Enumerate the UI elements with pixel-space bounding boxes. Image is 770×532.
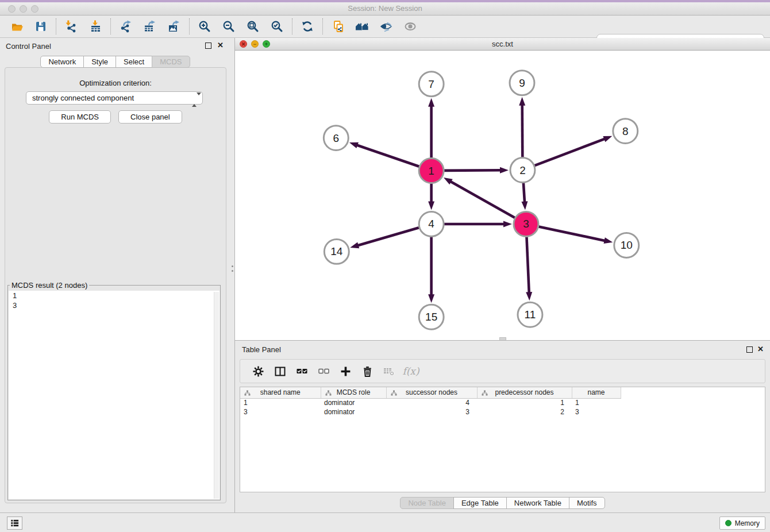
graph-edge-4-14[interactable] <box>357 228 419 245</box>
mcds-result-value: 1 <box>9 291 220 300</box>
open-session-button[interactable] <box>5 17 29 36</box>
zoom-fit-button[interactable] <box>241 17 265 36</box>
bird-view-button[interactable] <box>398 17 422 36</box>
tab-edge-table[interactable]: Edge Table <box>453 497 507 509</box>
network-window-titlebar[interactable]: ✕ − + scc.txt <box>235 38 770 51</box>
control-panel: Control Panel ✕ NetworkStyleSelectMCDS O… <box>0 38 230 508</box>
gear-icon <box>253 366 264 377</box>
import-table-button[interactable] <box>83 17 107 36</box>
zoom-selected-button[interactable] <box>265 17 289 36</box>
delete-selected-button[interactable] <box>357 362 377 380</box>
graph-node-2[interactable]: 2 <box>510 158 535 183</box>
add-column-button[interactable] <box>336 362 355 380</box>
tab-mcds[interactable]: MCDS <box>152 56 190 68</box>
refresh-icon <box>301 20 314 33</box>
mcds-result-list[interactable]: 13 <box>9 291 220 499</box>
graph-node-14[interactable]: 14 <box>324 239 349 264</box>
graph-node-15[interactable]: 15 <box>419 304 444 329</box>
close-panel-button[interactable]: Close panel <box>118 110 182 124</box>
panel-splitter[interactable] <box>230 38 234 512</box>
import-network-button[interactable] <box>59 17 83 36</box>
graph-node-label: 4 <box>428 218 434 230</box>
cyndex-button[interactable] <box>326 17 350 36</box>
graph-node-3[interactable]: 3 <box>514 211 538 236</box>
delete-table-button[interactable] <box>379 362 399 380</box>
run-mcds-button[interactable]: Run MCDS <box>49 110 111 124</box>
float-panel-icon[interactable] <box>205 43 211 49</box>
result-scrollbar[interactable] <box>214 292 219 499</box>
graph-edge-2-8[interactable] <box>534 138 605 165</box>
export-network-button[interactable] <box>114 17 138 36</box>
graph-edge-1-2[interactable] <box>444 170 501 171</box>
float-table-panel-icon[interactable] <box>746 346 753 353</box>
table-row[interactable]: 3dominator323 <box>240 407 627 417</box>
table-toolbar: f(x) <box>240 359 765 383</box>
close-panel-icon[interactable]: ✕ <box>217 40 224 51</box>
graph-node-8[interactable]: 8 <box>613 119 638 144</box>
zoom-in-icon <box>198 20 211 33</box>
graph-edge-1-6[interactable] <box>356 145 419 166</box>
toolbar-separator <box>189 18 190 34</box>
graph-edge-3-10[interactable] <box>538 227 605 241</box>
graphics-details-icon <box>380 20 392 33</box>
select-stepper-icon <box>192 94 199 103</box>
tab-motifs[interactable]: Motifs <box>569 497 605 509</box>
graph-node-label: 8 <box>622 125 629 137</box>
tab-network-table[interactable]: Network Table <box>506 497 569 509</box>
first-neighbors-button[interactable] <box>350 17 374 36</box>
table-header-filler <box>621 387 627 398</box>
column-header-name[interactable]: name <box>572 387 621 398</box>
export-image-icon <box>168 20 180 33</box>
graph-node-label: 14 <box>330 245 342 257</box>
zoom-fit-icon <box>247 20 259 33</box>
graph-edge-2-9[interactable] <box>522 105 523 157</box>
task-list-button[interactable] <box>7 516 22 530</box>
tab-style[interactable]: Style <box>83 56 116 68</box>
save-session-button[interactable] <box>29 17 53 36</box>
graph-edge-3-11[interactable] <box>526 237 529 293</box>
table-row[interactable]: 1dominator411 <box>240 398 627 407</box>
graph-edge-arrowhead <box>521 201 528 210</box>
tab-network[interactable]: Network <box>40 56 84 68</box>
graphics-details-button[interactable] <box>374 17 398 36</box>
graph-node-7[interactable]: 7 <box>419 72 444 97</box>
graph-node-9[interactable]: 9 <box>510 71 534 95</box>
column-header-mcds-role[interactable]: MCDS role <box>321 387 386 398</box>
select-all-button[interactable] <box>292 362 311 380</box>
graph-edge-2-3[interactable] <box>523 183 525 202</box>
column-header-predecessor-nodes[interactable]: predecessor nodes <box>477 387 572 398</box>
cell-shared-name: 1 <box>240 398 321 407</box>
graph-edge-3-1[interactable] <box>450 181 515 217</box>
graph-node-11[interactable]: 11 <box>518 302 542 327</box>
column-header-successor-nodes[interactable]: successor nodes <box>386 387 477 398</box>
graph-node-1[interactable]: 1 <box>419 159 444 183</box>
main-toolbar <box>0 16 770 38</box>
criterion-select[interactable]: strongly connected component <box>26 91 203 105</box>
zoom-out-button[interactable] <box>217 17 241 36</box>
graph-node-label: 10 <box>621 239 633 251</box>
save-icon <box>34 20 47 33</box>
column-header-shared-name[interactable]: shared name <box>240 387 321 398</box>
export-image-button[interactable] <box>162 17 186 36</box>
function-builder-button[interactable]: f(x) <box>401 362 421 380</box>
tab-select[interactable]: Select <box>116 56 152 68</box>
graph-node-6[interactable]: 6 <box>324 126 348 151</box>
delete-table-icon <box>383 367 395 376</box>
cell-predecessor-nodes: 2 <box>477 407 572 417</box>
split-panel-button[interactable] <box>270 362 290 380</box>
deselect-all-button[interactable] <box>314 362 333 380</box>
open-folder-icon <box>10 20 24 33</box>
refresh-layout-button[interactable] <box>295 17 319 36</box>
network-canvas[interactable]: 1234678910111415 <box>235 51 770 340</box>
table-settings-button[interactable] <box>248 362 268 380</box>
zoom-in-button[interactable] <box>192 17 217 36</box>
mcds-result-group: MCDS result (2 nodes) 13 <box>7 281 221 500</box>
graph-node-4[interactable]: 4 <box>419 211 444 236</box>
memory-button[interactable]: Memory <box>719 516 765 530</box>
graph-node-10[interactable]: 10 <box>614 233 639 257</box>
export-table-button[interactable] <box>138 17 162 36</box>
column-header-label: shared name <box>260 388 301 396</box>
tab-node-table[interactable]: Node Table <box>400 497 454 509</box>
memory-label: Memory <box>735 519 760 527</box>
close-table-panel-icon[interactable]: ✕ <box>757 344 764 354</box>
